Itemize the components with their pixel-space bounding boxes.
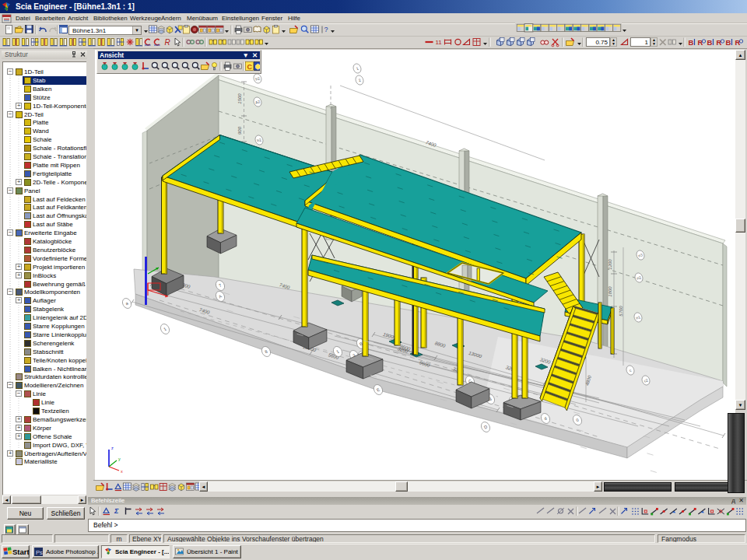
svg-text:11: 11 bbox=[436, 39, 443, 46]
svg-text:1500: 1500 bbox=[237, 93, 242, 104]
svg-text:z: z bbox=[111, 446, 114, 450]
svg-text:C: C bbox=[247, 63, 253, 71]
svg-text:y: y bbox=[118, 457, 121, 461]
svg-text:B: B bbox=[707, 38, 713, 47]
svg-text:Ps: Ps bbox=[36, 549, 43, 556]
svg-text:5700: 5700 bbox=[619, 306, 623, 317]
svg-text:1800: 1800 bbox=[608, 286, 612, 297]
svg-text:x: x bbox=[121, 469, 123, 474]
svg-text:R: R bbox=[165, 38, 170, 47]
svg-text:?: ? bbox=[324, 26, 328, 33]
svg-text:Σ: Σ bbox=[114, 507, 119, 515]
svg-text:900: 900 bbox=[237, 126, 242, 135]
svg-text:B: B bbox=[689, 38, 694, 47]
svg-text:B: B bbox=[726, 38, 731, 47]
svg-text:1200: 1200 bbox=[608, 259, 612, 270]
